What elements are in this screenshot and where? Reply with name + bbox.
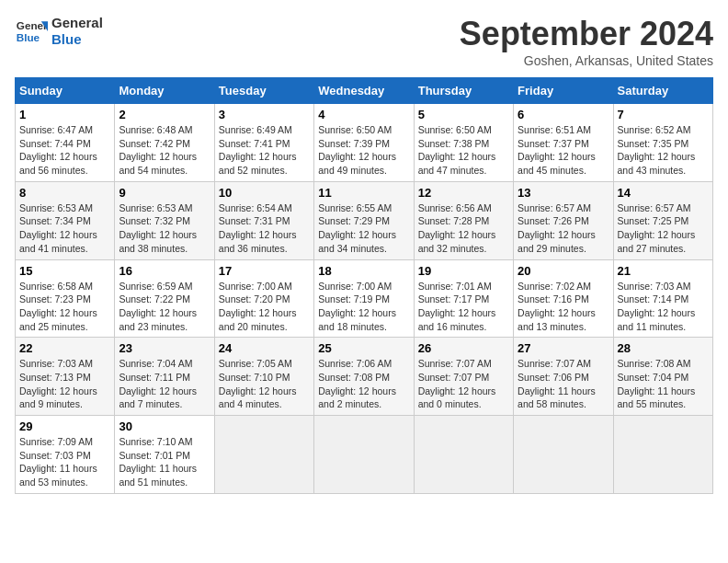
calendar-cell: 16Sunrise: 6:59 AM Sunset: 7:22 PM Dayli… <box>115 259 214 338</box>
calendar-cell: 15Sunrise: 6:58 AM Sunset: 7:23 PM Dayli… <box>16 259 115 338</box>
calendar-body: 1Sunrise: 6:47 AM Sunset: 7:44 PM Daylig… <box>16 104 713 494</box>
column-header-monday: Monday <box>115 78 214 104</box>
column-header-saturday: Saturday <box>613 78 712 104</box>
day-info: Sunrise: 6:57 AM Sunset: 7:26 PM Dayligh… <box>518 201 609 256</box>
calendar-cell: 30Sunrise: 7:10 AM Sunset: 7:01 PM Dayli… <box>115 416 214 494</box>
calendar-header-row: SundayMondayTuesdayWednesdayThursdayFrid… <box>16 78 713 104</box>
calendar-cell: 9Sunrise: 6:53 AM Sunset: 7:32 PM Daylig… <box>115 181 214 259</box>
day-number: 1 <box>19 108 110 121</box>
svg-text:Blue: Blue <box>17 31 40 43</box>
calendar-cell: 7Sunrise: 6:52 AM Sunset: 7:35 PM Daylig… <box>613 104 712 182</box>
calendar-cell: 18Sunrise: 7:00 AM Sunset: 7:19 PM Dayli… <box>314 259 414 338</box>
day-number: 4 <box>318 108 409 121</box>
calendar-cell: 8Sunrise: 6:53 AM Sunset: 7:34 PM Daylig… <box>16 181 115 259</box>
logo-line2: Blue <box>51 31 103 48</box>
day-number: 22 <box>19 341 110 355</box>
day-number: 5 <box>418 108 509 121</box>
calendar-cell: 1Sunrise: 6:47 AM Sunset: 7:44 PM Daylig… <box>16 104 115 182</box>
week-row-1: 1Sunrise: 6:47 AM Sunset: 7:44 PM Daylig… <box>16 104 713 182</box>
logo-icon: General Blue <box>15 15 48 48</box>
day-number: 23 <box>119 341 210 355</box>
day-info: Sunrise: 6:49 AM Sunset: 7:41 PM Dayligh… <box>219 123 310 178</box>
day-number: 20 <box>518 264 609 278</box>
logo-line1: General <box>51 15 103 31</box>
week-row-5: 29Sunrise: 7:09 AM Sunset: 7:03 PM Dayli… <box>16 416 713 494</box>
column-header-friday: Friday <box>514 78 613 104</box>
day-number: 14 <box>618 186 709 200</box>
calendar-cell <box>214 416 313 494</box>
week-row-2: 8Sunrise: 6:53 AM Sunset: 7:34 PM Daylig… <box>16 181 713 259</box>
day-info: Sunrise: 6:48 AM Sunset: 7:42 PM Dayligh… <box>119 123 210 178</box>
day-info: Sunrise: 7:01 AM Sunset: 7:17 PM Dayligh… <box>418 280 509 334</box>
calendar-cell: 4Sunrise: 6:50 AM Sunset: 7:39 PM Daylig… <box>314 104 414 182</box>
day-number: 18 <box>318 264 409 278</box>
day-info: Sunrise: 6:50 AM Sunset: 7:38 PM Dayligh… <box>418 123 509 178</box>
day-info: Sunrise: 6:53 AM Sunset: 7:34 PM Dayligh… <box>19 201 110 256</box>
day-info: Sunrise: 7:00 AM Sunset: 7:19 PM Dayligh… <box>318 280 409 334</box>
day-number: 28 <box>618 341 709 355</box>
day-info: Sunrise: 6:47 AM Sunset: 7:44 PM Dayligh… <box>19 123 110 178</box>
day-number: 13 <box>518 186 609 200</box>
day-number: 7 <box>618 108 709 121</box>
day-info: Sunrise: 7:10 AM Sunset: 7:01 PM Dayligh… <box>119 435 210 489</box>
calendar-cell <box>514 416 613 494</box>
day-info: Sunrise: 7:03 AM Sunset: 7:14 PM Dayligh… <box>618 280 709 334</box>
calendar-cell: 5Sunrise: 6:50 AM Sunset: 7:38 PM Daylig… <box>414 104 513 182</box>
month-title: September 2024 <box>460 15 713 53</box>
calendar-cell: 28Sunrise: 7:08 AM Sunset: 7:04 PM Dayli… <box>613 338 712 416</box>
day-number: 29 <box>19 419 110 433</box>
calendar-cell: 20Sunrise: 7:02 AM Sunset: 7:16 PM Dayli… <box>514 259 613 338</box>
day-number: 17 <box>219 264 310 278</box>
day-info: Sunrise: 7:04 AM Sunset: 7:11 PM Dayligh… <box>119 357 210 411</box>
day-info: Sunrise: 7:03 AM Sunset: 7:13 PM Dayligh… <box>19 357 110 411</box>
day-info: Sunrise: 7:07 AM Sunset: 7:07 PM Dayligh… <box>418 357 509 411</box>
week-row-3: 15Sunrise: 6:58 AM Sunset: 7:23 PM Dayli… <box>16 259 713 338</box>
day-number: 27 <box>518 341 609 355</box>
day-info: Sunrise: 6:57 AM Sunset: 7:25 PM Dayligh… <box>618 201 709 256</box>
title-block: September 2024 Goshen, Arkansas, United … <box>460 15 713 68</box>
calendar-cell <box>613 416 712 494</box>
day-number: 10 <box>219 186 310 200</box>
day-info: Sunrise: 7:07 AM Sunset: 7:06 PM Dayligh… <box>518 357 609 411</box>
day-info: Sunrise: 6:58 AM Sunset: 7:23 PM Dayligh… <box>19 280 110 334</box>
day-number: 16 <box>119 264 210 278</box>
day-number: 9 <box>119 186 210 200</box>
day-info: Sunrise: 6:54 AM Sunset: 7:31 PM Dayligh… <box>219 201 310 256</box>
day-number: 3 <box>219 108 310 121</box>
day-info: Sunrise: 6:55 AM Sunset: 7:29 PM Dayligh… <box>318 201 409 256</box>
day-number: 24 <box>219 341 310 355</box>
day-info: Sunrise: 6:56 AM Sunset: 7:28 PM Dayligh… <box>418 201 509 256</box>
page-header: General Blue General Blue September 2024… <box>15 15 713 68</box>
calendar-cell: 13Sunrise: 6:57 AM Sunset: 7:26 PM Dayli… <box>514 181 613 259</box>
calendar-cell: 24Sunrise: 7:05 AM Sunset: 7:10 PM Dayli… <box>214 338 313 416</box>
svg-text:General: General <box>17 19 48 31</box>
column-header-wednesday: Wednesday <box>314 78 414 104</box>
calendar-cell: 14Sunrise: 6:57 AM Sunset: 7:25 PM Dayli… <box>613 181 712 259</box>
calendar-cell: 29Sunrise: 7:09 AM Sunset: 7:03 PM Dayli… <box>16 416 115 494</box>
column-header-thursday: Thursday <box>414 78 513 104</box>
calendar-cell: 25Sunrise: 7:06 AM Sunset: 7:08 PM Dayli… <box>314 338 414 416</box>
day-number: 25 <box>318 341 409 355</box>
day-number: 19 <box>418 264 509 278</box>
column-header-tuesday: Tuesday <box>214 78 313 104</box>
calendar-cell: 10Sunrise: 6:54 AM Sunset: 7:31 PM Dayli… <box>214 181 313 259</box>
day-info: Sunrise: 6:53 AM Sunset: 7:32 PM Dayligh… <box>119 201 210 256</box>
day-number: 11 <box>318 186 409 200</box>
day-info: Sunrise: 7:06 AM Sunset: 7:08 PM Dayligh… <box>318 357 409 411</box>
calendar-cell: 11Sunrise: 6:55 AM Sunset: 7:29 PM Dayli… <box>314 181 414 259</box>
calendar-cell <box>314 416 414 494</box>
calendar-cell: 17Sunrise: 7:00 AM Sunset: 7:20 PM Dayli… <box>214 259 313 338</box>
calendar-cell: 22Sunrise: 7:03 AM Sunset: 7:13 PM Dayli… <box>16 338 115 416</box>
calendar-cell: 26Sunrise: 7:07 AM Sunset: 7:07 PM Dayli… <box>414 338 513 416</box>
day-number: 2 <box>119 108 210 121</box>
calendar-table: SundayMondayTuesdayWednesdayThursdayFrid… <box>15 77 713 494</box>
location: Goshen, Arkansas, United States <box>460 53 713 68</box>
calendar-cell <box>414 416 513 494</box>
day-info: Sunrise: 6:50 AM Sunset: 7:39 PM Dayligh… <box>318 123 409 178</box>
day-number: 15 <box>19 264 110 278</box>
day-number: 26 <box>418 341 509 355</box>
day-number: 12 <box>418 186 509 200</box>
day-info: Sunrise: 7:02 AM Sunset: 7:16 PM Dayligh… <box>518 280 609 334</box>
day-number: 8 <box>19 186 110 200</box>
day-number: 21 <box>618 264 709 278</box>
